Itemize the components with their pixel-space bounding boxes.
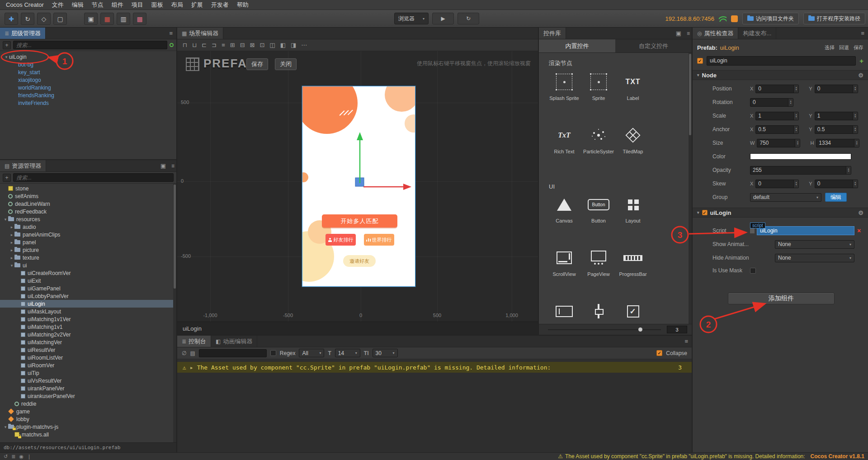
zoom-slider[interactable] (548, 329, 661, 330)
align-tool-icon[interactable]: ◨ (291, 42, 296, 48)
tab-console[interactable]: ≣ 控制台 (177, 336, 211, 347)
prefab-save-button[interactable]: 保存 (246, 58, 268, 70)
prop-value-input[interactable]: 0.5▴▾ (815, 125, 858, 134)
move-tool-button[interactable]: ✚ (5, 13, 18, 25)
tab-scene-editor[interactable]: ▦ 场景编辑器 (177, 28, 223, 39)
hierarchy-node[interactable]: key_start (0, 68, 176, 76)
menu-item[interactable]: 项目 (127, 0, 147, 10)
asset-item[interactable]: ▾resources (0, 215, 176, 223)
align-tool-icon[interactable]: ⊞ (230, 42, 235, 48)
friends-rank-button[interactable]: 好友排行 (326, 234, 356, 246)
font-size-dropdown[interactable]: 14▾ (335, 349, 360, 357)
node-name-input[interactable] (707, 56, 856, 66)
asset-item[interactable]: uiRoomListVer (0, 354, 176, 361)
asset-item[interactable]: deadLineWarn (0, 200, 176, 208)
asset-item[interactable]: ▾ui (0, 261, 176, 269)
app-menu[interactable]: Cocos Creator (2, 0, 48, 10)
hierarchy-node[interactable]: inviteFriends (0, 99, 176, 107)
open-install-path-button[interactable]: 打开程序安装路径 (803, 13, 865, 24)
log-warning-row[interactable]: ⚠ ▸ The Asset used by component "cc.Spri… (177, 362, 692, 373)
asset-item[interactable]: uiGamePanel (0, 285, 176, 292)
expand-arrow-icon[interactable]: ▾ (9, 263, 14, 268)
asset-item[interactable]: uiTip (0, 369, 176, 377)
stepper[interactable]: ▴▾ (846, 166, 851, 174)
comp-prop-dropdown[interactable]: None▾ (775, 254, 854, 262)
play-button[interactable]: ▶ (432, 13, 454, 24)
widgets-scrollbar[interactable] (689, 53, 692, 324)
asset-item[interactable]: uirankuserPanelVer (0, 392, 176, 400)
assets-search-input[interactable] (13, 173, 174, 182)
component-section-header[interactable]: ▾ ✓ uiLogin ⚙ (693, 208, 868, 218)
asset-item[interactable]: selfAnims (0, 192, 176, 200)
status-warning[interactable]: ⚠ The Asset used by component "cc.Sprite… (558, 453, 805, 460)
align-tool-icon[interactable]: ⋯ (301, 42, 307, 48)
tab-build-publish[interactable]: 构建发布... (738, 28, 776, 39)
stepper[interactable]: ▴▾ (795, 139, 800, 147)
collapse-arrow-icon[interactable]: ▾ (697, 210, 699, 215)
missing-asset-icon[interactable]: × (857, 227, 861, 234)
stepper[interactable]: ▴▾ (853, 126, 858, 133)
expand-arrow-icon[interactable]: ▸ (9, 248, 14, 252)
asset-item[interactable]: uiCreateRoomVer (0, 269, 176, 277)
zoom-value-input[interactable]: 3 (667, 326, 687, 333)
prop-value-input[interactable]: 1▴▾ (755, 112, 799, 120)
clear-console-icon[interactable]: ∅ (182, 350, 186, 356)
menu-item[interactable]: 文件 (48, 0, 68, 10)
widget-particlesyster[interactable]: ParticleSyster (581, 123, 616, 154)
menu-item[interactable]: 开发者 (207, 0, 233, 10)
scale-tool-button[interactable]: ◇ (37, 13, 51, 25)
statusbar-icon[interactable]: ≣ (11, 454, 15, 459)
expand-arrow-icon[interactable]: ▾ (3, 425, 8, 429)
create-node-button[interactable]: + (3, 41, 11, 49)
statusbar-icon[interactable]: ❘ (27, 454, 31, 459)
widget-scrollview[interactable]: ScrollView (547, 246, 581, 277)
node-active-checkbox[interactable]: ✓ (697, 58, 703, 64)
prop-value-input[interactable]: 1▴▾ (815, 112, 858, 120)
hierarchy-search-input[interactable] (13, 41, 167, 49)
widget-progressbar[interactable]: ProgressBar (616, 246, 650, 277)
widget-editbox[interactable] (547, 299, 581, 323)
hierarchy-node[interactable]: bot-bg (0, 61, 176, 68)
component-enabled-checkbox[interactable]: ✓ (702, 210, 708, 215)
widget-button[interactable]: ButtonButton (581, 193, 616, 223)
panel-menu-icon[interactable]: ≡ (170, 163, 176, 169)
add-icon[interactable]: + (859, 57, 863, 65)
prop-value-input[interactable]: 255▴▾ (750, 166, 851, 175)
prefab-action-保存[interactable]: 保存 (854, 44, 863, 51)
open-project-folder-button[interactable]: 访问项目文件夹 (742, 13, 799, 24)
widget-layout[interactable]: Layout (616, 193, 650, 223)
prefab-action-选择[interactable]: 选择 (825, 44, 835, 51)
prefab-close-button[interactable]: 关闭 (275, 58, 297, 70)
collapse-arrow-icon[interactable]: ▾ (697, 73, 699, 77)
log-level-dropdown[interactable]: All▾ (299, 349, 324, 357)
asset-item[interactable]: uiMaskLayout (0, 308, 176, 315)
subtab-自定义控件[interactable]: 自定义控件 (615, 39, 692, 52)
asset-item[interactable]: stone (0, 185, 176, 192)
node-section-header[interactable]: ▾ Node ⚙ (693, 70, 868, 80)
assets-scrollbar[interactable] (173, 184, 176, 442)
menu-item[interactable]: 帮助 (233, 0, 253, 10)
asset-item[interactable]: game (0, 408, 176, 415)
panel-menu-icon[interactable]: ≡ (681, 338, 692, 345)
collapse-checkbox[interactable]: ✓ (656, 350, 662, 356)
hierarchy-node[interactable]: worldRanking (0, 84, 176, 91)
prop-value-input[interactable]: 1334▴▾ (816, 139, 859, 147)
preview-target-dropdown[interactable]: 浏览器 ▾ (394, 13, 429, 24)
menu-item[interactable]: 编辑 (68, 0, 88, 10)
asset-item[interactable]: ▸picture (0, 246, 176, 254)
line-height-dropdown[interactable]: 30▾ (373, 349, 398, 357)
group-dropdown[interactable]: default▾ (750, 193, 821, 202)
align-tool-icon[interactable]: ⊡ (259, 42, 264, 48)
zoom-slider-knob[interactable] (638, 327, 642, 332)
tab-inspector[interactable]: ◎ 属性检查器 (693, 28, 738, 39)
asset-item[interactable]: uiResultVer (0, 346, 176, 354)
stepper[interactable]: ▴▾ (793, 112, 798, 120)
gear-icon[interactable]: ⚙ (858, 72, 863, 79)
expand-arrow-icon[interactable]: ▸ (9, 256, 14, 260)
widget-canvas[interactable]: Canvas (547, 193, 581, 223)
refresh-button[interactable]: ↻ (458, 13, 479, 24)
stepper[interactable]: ▴▾ (854, 139, 859, 147)
panel-menu-icon[interactable]: ≡ (857, 30, 868, 37)
prefab-action-回退[interactable]: 回退 (839, 44, 849, 51)
widget-toggle[interactable] (616, 299, 650, 323)
